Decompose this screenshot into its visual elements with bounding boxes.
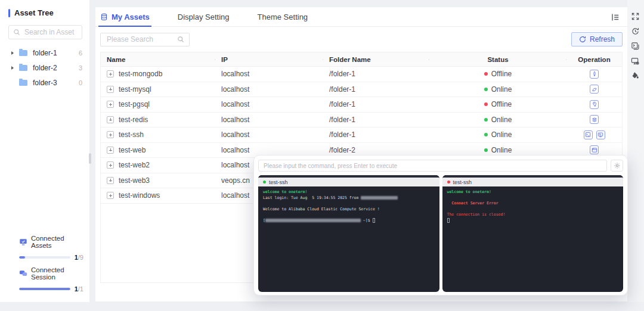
stat-block: Connected Assets 1/9 bbox=[19, 235, 83, 261]
asset-operations bbox=[566, 70, 622, 79]
asset-tree-panel: Asset Tree folder-1 6 folder-2 3 folder-… bbox=[0, 0, 89, 302]
redis-icon[interactable] bbox=[590, 115, 599, 124]
tab-theme-setting[interactable]: Theme Setting bbox=[258, 7, 308, 26]
asset-folder: /folder-1 bbox=[323, 130, 429, 139]
expand-row-icon[interactable] bbox=[107, 147, 114, 154]
asset-operations bbox=[566, 130, 622, 139]
tree-item-folder-1[interactable]: folder-1 6 bbox=[0, 45, 89, 60]
terminal-panel[interactable]: test-ssh welcome to oneterm!Last login: … bbox=[258, 175, 439, 292]
asset-operations bbox=[566, 115, 622, 124]
terminal-screen[interactable]: welcome to oneterm!Last login: Tue Aug 5… bbox=[258, 186, 439, 292]
table-row[interactable]: test-ssh localhost /folder-1 Online bbox=[101, 127, 622, 143]
terminal-tab[interactable]: test-ssh bbox=[442, 178, 624, 186]
expand-row-icon[interactable] bbox=[107, 177, 114, 184]
asset-operations bbox=[566, 145, 622, 154]
tree-item-count: 0 bbox=[79, 79, 82, 86]
status-dot-icon bbox=[484, 148, 488, 152]
status-dot-icon bbox=[484, 118, 488, 122]
caret-right-icon[interactable] bbox=[11, 51, 14, 55]
expand-row-icon[interactable] bbox=[107, 131, 114, 138]
expand-row-icon[interactable] bbox=[107, 161, 114, 169]
terminal-dialog: test-ssh welcome to oneterm!Last login: … bbox=[253, 155, 628, 296]
status-dot-icon bbox=[484, 72, 488, 76]
command-input[interactable] bbox=[258, 160, 607, 172]
refresh-button[interactable]: Refresh bbox=[571, 32, 623, 46]
asset-ip: localhost bbox=[215, 130, 323, 139]
terminal-tab[interactable]: test-ssh bbox=[258, 178, 439, 186]
terminal-panel[interactable]: test-ssh welcome to oneterm! Connect Ser… bbox=[442, 175, 624, 292]
table-row[interactable]: test-mysql localhost /folder-1 Online bbox=[101, 82, 622, 98]
table-row[interactable]: test-mongodb localhost /folder-1 Offline bbox=[101, 67, 622, 82]
terminal-tab-label: test-ssh bbox=[453, 179, 472, 185]
asset-name: test-ssh bbox=[119, 130, 144, 139]
sidebar-header: Asset Tree bbox=[8, 8, 89, 17]
tree-item-count: 3 bbox=[79, 64, 82, 71]
asset-name: test-redis bbox=[119, 116, 148, 124]
ssh-terminal-icon[interactable] bbox=[584, 130, 593, 139]
asset-folder: /folder-1 bbox=[323, 85, 429, 94]
caret-right-icon[interactable] bbox=[11, 66, 14, 70]
expand-row-icon[interactable] bbox=[107, 70, 114, 77]
telnet-icon[interactable] bbox=[596, 130, 605, 139]
table-header-row: NameIPFolder NameStatusOperation bbox=[101, 52, 622, 67]
sidebar-title: Asset Tree bbox=[14, 8, 54, 17]
connected-session-icon bbox=[19, 269, 27, 278]
folder-icon bbox=[19, 65, 27, 71]
tree-item-folder-3[interactable]: folder-3 0 bbox=[0, 75, 89, 90]
connected-assets-icon bbox=[19, 238, 27, 246]
asset-name: test-mongodb bbox=[119, 70, 162, 78]
table-search-input[interactable] bbox=[106, 35, 174, 44]
table-row[interactable]: test-pgsql localhost /folder-1 Offline bbox=[101, 97, 622, 113]
stat-label: Connected Assets bbox=[31, 235, 83, 249]
asset-name: test-web3 bbox=[119, 176, 150, 185]
connection-status-dot-icon bbox=[447, 181, 450, 184]
command-settings-icon[interactable] bbox=[611, 160, 623, 172]
mongodb-icon[interactable] bbox=[590, 70, 599, 79]
asset-name: test-mysql bbox=[119, 85, 151, 94]
tab-display-setting[interactable]: Display Setting bbox=[178, 7, 230, 26]
redacted-text bbox=[361, 196, 398, 200]
table-row[interactable]: test-redis localhost /folder-1 Online bbox=[101, 113, 622, 128]
refresh-icon bbox=[579, 36, 586, 43]
stat-progress-bar bbox=[19, 288, 70, 290]
expand-row-icon[interactable] bbox=[107, 101, 114, 108]
stat-block: Connected Session 1/1 bbox=[19, 266, 83, 293]
tree-item-folder-2[interactable]: folder-2 3 bbox=[0, 60, 89, 75]
tree-item-label: folder-2 bbox=[33, 64, 79, 72]
asset-name: test-web bbox=[119, 146, 145, 154]
tab-my-assets[interactable]: My Assets bbox=[100, 7, 150, 26]
asset-folder: /folder-1 bbox=[323, 70, 429, 78]
stat-value: 1/1 bbox=[75, 285, 83, 293]
search-icon bbox=[177, 36, 184, 43]
column-header-ip: IP bbox=[215, 56, 323, 63]
caret-right-icon[interactable] bbox=[11, 81, 14, 85]
mysql-icon[interactable] bbox=[590, 85, 599, 94]
title-accent-bar bbox=[8, 9, 10, 17]
expand-row-icon[interactable] bbox=[107, 116, 114, 123]
stat-progress-bar bbox=[19, 256, 70, 259]
sidebar-splitter-handle[interactable] bbox=[89, 153, 91, 164]
terminal-screen[interactable]: welcome to oneterm! Connect Server Error… bbox=[442, 186, 624, 292]
theme-fill-icon[interactable] bbox=[631, 71, 640, 81]
tree-item-count: 6 bbox=[79, 49, 82, 57]
asset-search-input[interactable] bbox=[23, 27, 78, 37]
status-dot-icon bbox=[484, 88, 488, 91]
expand-row-icon[interactable] bbox=[107, 192, 114, 199]
time-machine-icon[interactable] bbox=[631, 27, 640, 36]
asset-ip: localhost bbox=[215, 116, 323, 124]
fullscreen-icon[interactable] bbox=[631, 12, 640, 21]
asset-status: Online bbox=[429, 85, 566, 94]
stat-label: Connected Session bbox=[31, 266, 83, 281]
table-search-box[interactable] bbox=[100, 33, 190, 46]
column-header-operation: Operation bbox=[566, 56, 622, 63]
expand-row-icon[interactable] bbox=[107, 86, 114, 93]
asset-name: test-pgsql bbox=[119, 100, 150, 108]
asset-folder: /folder-1 bbox=[323, 116, 429, 124]
postgresql-icon[interactable] bbox=[590, 100, 599, 109]
session-setting-icon[interactable] bbox=[631, 57, 640, 66]
terminal-window-icon[interactable] bbox=[631, 42, 640, 51]
asset-search-box[interactable] bbox=[8, 25, 82, 39]
connection-stats: Connected Assets 1/9 Connected Session 1… bbox=[19, 229, 83, 293]
browser-icon[interactable] bbox=[590, 145, 599, 154]
list-settings-icon[interactable] bbox=[611, 13, 620, 22]
